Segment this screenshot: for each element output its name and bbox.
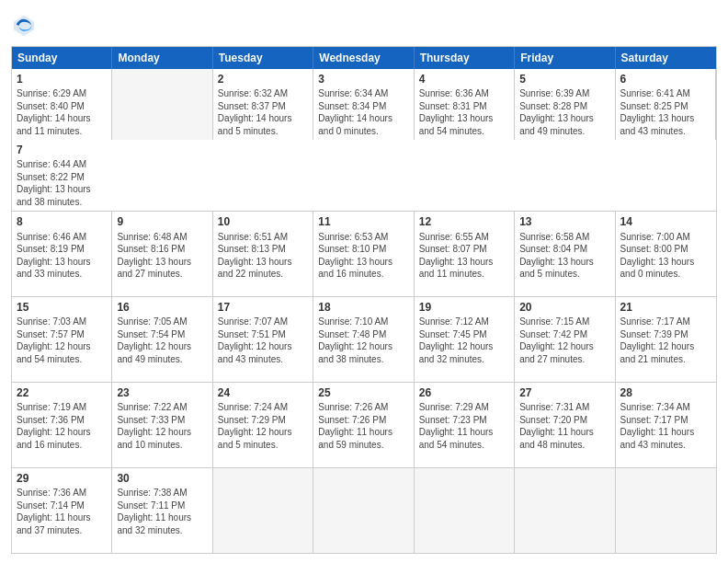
- calendar-empty: [415, 468, 515, 553]
- day-info: Sunrise: 7:34 AMSunset: 7:17 PMDaylight:…: [620, 402, 695, 450]
- header-day-sunday: Sunday: [12, 47, 112, 69]
- day-info: Sunrise: 6:44 AMSunset: 8:22 PMDaylight:…: [17, 159, 91, 207]
- day-number: 15: [17, 300, 107, 315]
- calendar-day-14: 14Sunrise: 7:00 AMSunset: 8:00 PMDayligh…: [616, 212, 716, 296]
- header: [11, 9, 717, 39]
- day-info: Sunrise: 7:26 AMSunset: 7:26 PMDaylight:…: [318, 402, 392, 450]
- day-number: 30: [117, 471, 207, 486]
- day-number: 5: [519, 72, 609, 86]
- day-info: Sunrise: 6:58 AMSunset: 8:04 PMDaylight:…: [519, 232, 594, 280]
- day-info: Sunrise: 7:15 AMSunset: 7:42 PMDaylight:…: [519, 316, 594, 364]
- header-day-tuesday: Tuesday: [213, 47, 313, 69]
- page: SundayMondayTuesdayWednesdayThursdayFrid…: [0, 0, 728, 563]
- day-info: Sunrise: 6:41 AMSunset: 8:25 PMDaylight:…: [620, 88, 695, 136]
- calendar-day-21: 21Sunrise: 7:17 AMSunset: 7:39 PMDayligh…: [616, 297, 716, 382]
- day-number: 7: [17, 143, 108, 157]
- day-info: Sunrise: 7:29 AMSunset: 7:23 PMDaylight:…: [419, 402, 494, 450]
- calendar-day-5: 5Sunrise: 6:39 AMSunset: 8:28 PMDaylight…: [515, 69, 615, 140]
- calendar-day-19: 19Sunrise: 7:12 AMSunset: 7:45 PMDayligh…: [415, 297, 515, 382]
- calendar-week-3: 22Sunrise: 7:19 AMSunset: 7:36 PMDayligh…: [12, 383, 716, 468]
- calendar-day-26: 26Sunrise: 7:29 AMSunset: 7:23 PMDayligh…: [415, 383, 515, 467]
- day-number: 8: [17, 214, 107, 229]
- header-day-wednesday: Wednesday: [313, 47, 414, 69]
- day-number: 1: [17, 72, 107, 86]
- day-info: Sunrise: 6:48 AMSunset: 8:16 PMDaylight:…: [117, 232, 191, 280]
- header-day-saturday: Saturday: [616, 47, 716, 69]
- calendar-empty: [213, 468, 313, 553]
- calendar-day-18: 18Sunrise: 7:10 AMSunset: 7:48 PMDayligh…: [313, 297, 414, 382]
- day-number: 14: [620, 214, 711, 229]
- day-number: 27: [519, 385, 609, 400]
- day-number: 3: [318, 72, 408, 86]
- header-day-friday: Friday: [515, 47, 615, 69]
- calendar-empty: [313, 468, 414, 553]
- day-info: Sunrise: 6:34 AMSunset: 8:34 PMDaylight:…: [318, 88, 392, 136]
- calendar-empty: [112, 69, 212, 140]
- calendar-day-16: 16Sunrise: 7:05 AMSunset: 7:54 PMDayligh…: [112, 297, 212, 382]
- day-info: Sunrise: 6:46 AMSunset: 8:19 PMDaylight:…: [17, 232, 91, 280]
- day-info: Sunrise: 6:39 AMSunset: 8:28 PMDaylight:…: [519, 88, 594, 136]
- header-day-thursday: Thursday: [415, 47, 515, 69]
- day-info: Sunrise: 7:19 AMSunset: 7:36 PMDaylight:…: [17, 402, 91, 450]
- day-number: 26: [419, 385, 509, 400]
- day-info: Sunrise: 6:32 AMSunset: 8:37 PMDaylight:…: [218, 88, 292, 136]
- calendar-day-13: 13Sunrise: 6:58 AMSunset: 8:04 PMDayligh…: [515, 212, 615, 296]
- day-number: 24: [218, 385, 308, 400]
- day-info: Sunrise: 7:07 AMSunset: 7:51 PMDaylight:…: [218, 316, 292, 364]
- calendar-day-15: 15Sunrise: 7:03 AMSunset: 7:57 PMDayligh…: [12, 297, 112, 382]
- calendar-day-10: 10Sunrise: 6:51 AMSunset: 8:13 PMDayligh…: [213, 212, 313, 296]
- calendar-week-4: 29Sunrise: 7:36 AMSunset: 7:14 PMDayligh…: [12, 468, 716, 553]
- day-info: Sunrise: 7:05 AMSunset: 7:54 PMDaylight:…: [117, 316, 191, 364]
- calendar: SundayMondayTuesdayWednesdayThursdayFrid…: [11, 46, 717, 554]
- day-number: 25: [318, 385, 408, 400]
- day-number: 20: [519, 300, 609, 315]
- day-number: 28: [620, 385, 711, 400]
- day-info: Sunrise: 7:22 AMSunset: 7:33 PMDaylight:…: [117, 402, 191, 450]
- day-info: Sunrise: 6:53 AMSunset: 8:10 PMDaylight:…: [318, 232, 392, 280]
- day-number: 10: [218, 214, 308, 229]
- calendar-day-7: 7Sunrise: 6:44 AMSunset: 8:22 PMDaylight…: [12, 140, 112, 211]
- calendar-day-12: 12Sunrise: 6:55 AMSunset: 8:07 PMDayligh…: [415, 212, 515, 296]
- calendar-day-11: 11Sunrise: 6:53 AMSunset: 8:10 PMDayligh…: [313, 212, 414, 296]
- day-info: Sunrise: 7:03 AMSunset: 7:57 PMDaylight:…: [17, 316, 91, 364]
- calendar-body: 1Sunrise: 6:29 AMSunset: 8:40 PMDaylight…: [12, 69, 716, 553]
- calendar-day-20: 20Sunrise: 7:15 AMSunset: 7:42 PMDayligh…: [515, 297, 615, 382]
- day-number: 13: [519, 214, 609, 229]
- day-number: 9: [117, 214, 207, 229]
- calendar-day-22: 22Sunrise: 7:19 AMSunset: 7:36 PMDayligh…: [12, 383, 112, 467]
- day-info: Sunrise: 7:38 AMSunset: 7:11 PMDaylight:…: [117, 488, 191, 535]
- day-number: 12: [419, 214, 509, 229]
- calendar-day-24: 24Sunrise: 7:24 AMSunset: 7:29 PMDayligh…: [213, 383, 313, 467]
- day-info: Sunrise: 6:36 AMSunset: 8:31 PMDaylight:…: [419, 88, 494, 136]
- calendar-day-27: 27Sunrise: 7:31 AMSunset: 7:20 PMDayligh…: [515, 383, 615, 467]
- day-number: 23: [117, 385, 207, 400]
- day-number: 19: [419, 300, 509, 315]
- calendar-empty: [515, 468, 615, 553]
- day-info: Sunrise: 7:10 AMSunset: 7:48 PMDaylight:…: [318, 316, 392, 364]
- calendar-day-17: 17Sunrise: 7:07 AMSunset: 7:51 PMDayligh…: [213, 297, 313, 382]
- day-info: Sunrise: 7:31 AMSunset: 7:20 PMDaylight:…: [519, 402, 594, 450]
- calendar-day-2: 2Sunrise: 6:32 AMSunset: 8:37 PMDaylight…: [213, 69, 313, 140]
- day-info: Sunrise: 7:24 AMSunset: 7:29 PMDaylight:…: [218, 402, 292, 450]
- calendar-day-3: 3Sunrise: 6:34 AMSunset: 8:34 PMDaylight…: [313, 69, 414, 140]
- day-info: Sunrise: 6:51 AMSunset: 8:13 PMDaylight:…: [218, 232, 292, 280]
- calendar-day-4: 4Sunrise: 6:36 AMSunset: 8:31 PMDaylight…: [415, 69, 515, 140]
- day-info: Sunrise: 7:00 AMSunset: 8:00 PMDaylight:…: [620, 232, 695, 280]
- day-number: 22: [17, 385, 107, 400]
- day-number: 29: [17, 471, 107, 486]
- calendar-day-28: 28Sunrise: 7:34 AMSunset: 7:17 PMDayligh…: [616, 383, 716, 467]
- day-info: Sunrise: 7:36 AMSunset: 7:14 PMDaylight:…: [17, 488, 91, 535]
- day-info: Sunrise: 6:55 AMSunset: 8:07 PMDaylight:…: [419, 232, 494, 280]
- calendar-day-25: 25Sunrise: 7:26 AMSunset: 7:26 PMDayligh…: [313, 383, 414, 467]
- day-number: 21: [620, 300, 711, 315]
- calendar-day-8: 8Sunrise: 6:46 AMSunset: 8:19 PMDaylight…: [12, 212, 112, 296]
- day-number: 17: [218, 300, 308, 315]
- logo-icon: [11, 13, 37, 39]
- day-number: 2: [218, 72, 308, 86]
- calendar-day-23: 23Sunrise: 7:22 AMSunset: 7:33 PMDayligh…: [112, 383, 212, 467]
- calendar-week-1: 8Sunrise: 6:46 AMSunset: 8:19 PMDaylight…: [12, 212, 716, 297]
- day-info: Sunrise: 7:12 AMSunset: 7:45 PMDaylight:…: [419, 316, 494, 364]
- day-info: Sunrise: 7:17 AMSunset: 7:39 PMDaylight:…: [620, 316, 695, 364]
- calendar-header: SundayMondayTuesdayWednesdayThursdayFrid…: [12, 47, 716, 69]
- calendar-day-29: 29Sunrise: 7:36 AMSunset: 7:14 PMDayligh…: [12, 468, 112, 553]
